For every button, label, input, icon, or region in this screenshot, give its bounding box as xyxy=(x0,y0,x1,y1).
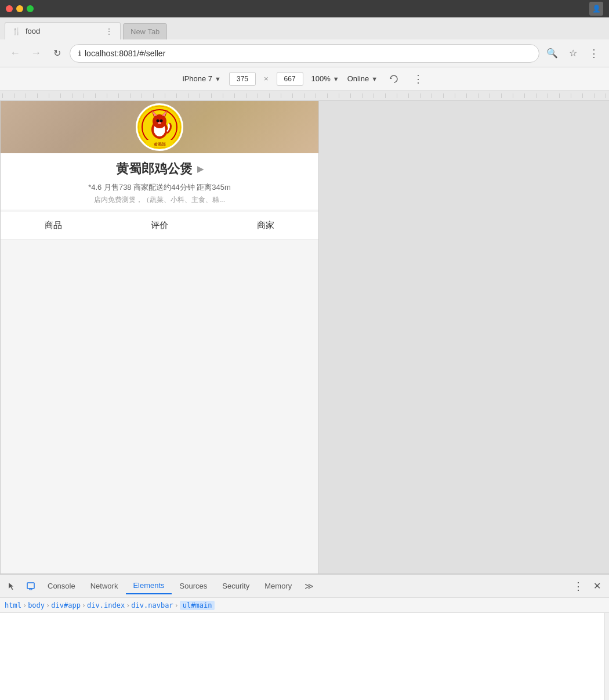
seller-arrow-icon: ▶ xyxy=(197,164,204,174)
breadcrumb-divindex[interactable]: div.index xyxy=(87,601,125,609)
cursor-tool-btn[interactable] xyxy=(3,578,21,595)
tab-goods[interactable]: 商品 xyxy=(1,212,107,239)
breadcrumb-sep5: › xyxy=(175,601,179,609)
right-area xyxy=(319,101,609,573)
seller-stats: *4.6 月售738 商家配送约44分钟 距离345m xyxy=(10,182,309,193)
tab-title: food xyxy=(26,27,40,35)
device-toolbar-more[interactable]: ⋮ xyxy=(410,71,426,87)
zoom-selector[interactable]: 100% ▼ xyxy=(311,74,339,83)
browser-window: 👤 🍴 food ⋮ New Tab ← → ↻ ℹ localhost:808… xyxy=(0,0,609,700)
breadcrumb-html[interactable]: html xyxy=(5,601,21,609)
secure-icon: ℹ xyxy=(78,49,81,57)
devtools-tab-security[interactable]: Security xyxy=(215,578,256,594)
svg-point-5 xyxy=(153,114,166,128)
window-controls xyxy=(6,5,34,12)
tab-bar: 🍴 food ⋮ New Tab xyxy=(0,17,609,39)
online-value: Online xyxy=(347,74,369,83)
device-selector[interactable]: iPhone 7 ▼ xyxy=(183,74,221,83)
viewport-area: seller seller seller seller seller xyxy=(0,101,609,573)
seller-banner: 黄蜀郎 xyxy=(1,101,318,153)
height-input[interactable]: 667 xyxy=(277,72,303,86)
devtools-more-tabs-btn[interactable]: ≫ xyxy=(300,578,318,595)
user-icon: 👤 xyxy=(589,2,603,16)
online-dropdown-arrow: ▼ xyxy=(371,75,378,82)
tab-reviews[interactable]: 评价 xyxy=(107,212,213,239)
ruler-row xyxy=(0,91,609,101)
devtools-scrollbar[interactable] xyxy=(604,613,609,700)
breadcrumb-sep3: › xyxy=(82,601,86,609)
breadcrumb-divapp[interactable]: div#app xyxy=(51,601,81,609)
reload-button[interactable]: ↻ xyxy=(49,45,65,62)
dimension-times: × xyxy=(264,74,269,83)
device-dropdown-arrow: ▼ xyxy=(215,75,221,82)
breadcrumb-active[interactable]: ul#main xyxy=(180,601,215,610)
devtools-tab-elements[interactable]: Elements xyxy=(126,578,171,594)
width-input[interactable]: 375 xyxy=(229,72,256,86)
browser-body: seller seller seller seller seller xyxy=(0,101,609,700)
devtools-main-content xyxy=(0,613,604,700)
devtools-toolbar: Console Network Elements Sources Securit… xyxy=(0,575,609,598)
seller-desc: 店内免费测煲，（蔬菜、小料、主食、糕... xyxy=(10,195,309,205)
device-toggle-btn[interactable] xyxy=(22,578,39,595)
svg-point-12 xyxy=(158,122,161,124)
back-button[interactable]: ← xyxy=(7,45,23,62)
tab-favicon: 🍴 xyxy=(12,27,21,35)
seller-logo: 黄蜀郎 xyxy=(136,103,183,151)
forward-button[interactable]: → xyxy=(28,45,44,62)
seller-info: 黄蜀郎鸡公煲 ▶ *4.6 月售738 商家配送约44分钟 距离345m 店内免… xyxy=(1,153,318,210)
inactive-tab-label: New Tab xyxy=(130,27,160,36)
breadcrumb-divnavbar[interactable]: div.navbar xyxy=(131,601,173,609)
chrome-more-icon[interactable]: ⋮ xyxy=(586,45,602,62)
seller-nav-tabs: 商品 评价 商家 xyxy=(1,212,318,240)
url-bar[interactable]: ℹ localhost:8081/#/seller xyxy=(70,44,539,63)
search-icon[interactable]: 🔍 xyxy=(544,45,560,62)
inactive-tab[interactable]: New Tab xyxy=(123,23,167,39)
device-name: iPhone 7 xyxy=(183,74,212,83)
tab-close-btn[interactable]: ⋮ xyxy=(105,27,113,36)
breadcrumb-sep2: › xyxy=(46,601,50,609)
devtools-tab-console[interactable]: Console xyxy=(41,578,82,594)
zoom-value: 100% xyxy=(311,74,331,83)
svg-point-10 xyxy=(157,120,160,122)
svg-rect-16 xyxy=(30,589,32,590)
mobile-viewport: 黄蜀郎 黄蜀郎鸡公煲 ▶ *4.6 月售738 商家配送约44分钟 距离345m… xyxy=(0,101,319,573)
title-bar: 👤 xyxy=(0,0,609,17)
devtools-close-btn[interactable]: ✕ xyxy=(588,578,606,595)
devtools-tab-sources[interactable]: Sources xyxy=(173,578,215,594)
devtools-options-btn[interactable]: ⋮ xyxy=(570,578,587,595)
svg-text:黄蜀郎: 黄蜀郎 xyxy=(154,142,166,147)
svg-rect-15 xyxy=(27,583,34,589)
device-toolbar: iPhone 7 ▼ 375 × 667 100% ▼ Online ▼ ⋮ xyxy=(0,67,609,91)
zoom-dropdown-arrow: ▼ xyxy=(333,75,339,82)
devtools-tab-network[interactable]: Network xyxy=(84,578,125,594)
breadcrumb-bar: html › body › div#app › div.index › div.… xyxy=(0,598,609,613)
devtools-content xyxy=(0,613,609,700)
breadcrumb-sep1: › xyxy=(23,601,27,609)
breadcrumb-body[interactable]: body xyxy=(28,601,45,609)
url-text: localhost:8081/#/seller xyxy=(85,49,165,58)
breadcrumb-sep4: › xyxy=(126,601,130,609)
bookmark-icon[interactable]: ☆ xyxy=(565,45,581,62)
active-tab[interactable]: 🍴 food ⋮ xyxy=(5,22,121,39)
tab-seller[interactable]: 商家 xyxy=(212,212,318,239)
seller-name: 黄蜀郎鸡公煲 ▶ xyxy=(10,160,309,178)
rotate-icon[interactable] xyxy=(386,71,402,87)
address-bar: ← → ↻ ℹ localhost:8081/#/seller 🔍 ☆ ⋮ xyxy=(0,39,609,67)
devtools-panel: Console Network Elements Sources Securit… xyxy=(0,573,609,700)
svg-point-11 xyxy=(160,120,163,122)
devtools-tab-memory[interactable]: Memory xyxy=(258,578,299,594)
online-selector[interactable]: Online ▼ xyxy=(347,74,378,83)
